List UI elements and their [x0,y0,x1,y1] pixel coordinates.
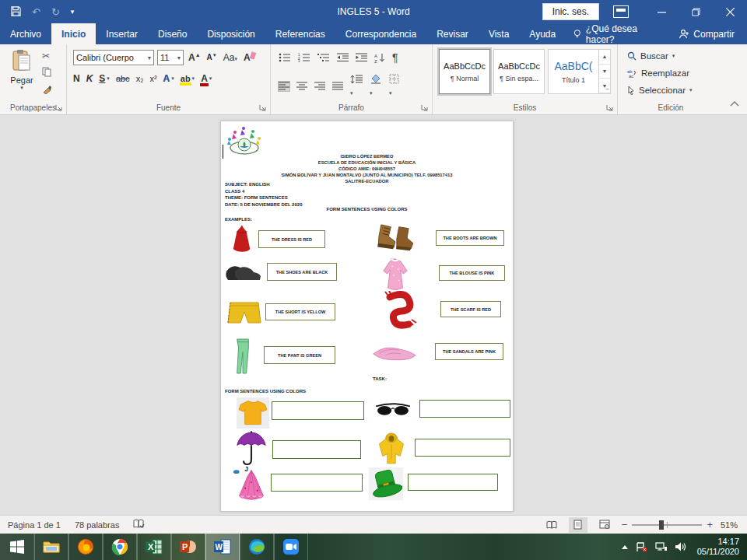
cut-icon[interactable]: ✂ [42,51,52,61]
clipboard-dialog-launcher[interactable] [55,104,64,113]
strikethrough-button[interactable]: abc [116,74,130,83]
styles-scroll-down-icon[interactable]: ▼ [599,65,610,79]
clear-formatting-button[interactable]: A [242,52,252,63]
tab-disposicion[interactable]: Disposición [197,23,265,44]
customize-qat-icon[interactable]: ▾ [71,9,75,16]
file-explorer-button[interactable] [34,534,68,560]
start-button[interactable] [0,534,34,560]
font-size-combo[interactable]: 11▾ [157,50,184,65]
collapse-ribbon-icon[interactable] [730,96,739,110]
firefox-button[interactable] [68,534,103,560]
tab-inicio[interactable]: Inicio [51,23,96,44]
replace-button[interactable]: abac Reemplazar [627,68,689,78]
sort-button[interactable]: AZ [374,53,385,63]
increase-indent-button[interactable] [356,53,367,62]
answer-box-tshirt[interactable] [272,401,364,420]
shading-button[interactable]: ▾ [370,74,382,98]
zoom-slider-handle[interactable] [659,520,664,530]
format-painter-icon[interactable] [42,85,52,96]
tab-correspondencia[interactable]: Correspondencia [335,23,426,44]
align-right-button[interactable] [314,82,325,91]
speaker-icon[interactable] [675,542,686,551]
answer-box-sunglasses[interactable] [419,400,510,418]
numbering-button[interactable]: 123 [298,53,310,62]
align-center-button[interactable] [296,82,307,91]
shrink-font-button[interactable]: A▼ [205,53,219,61]
proofing-icon[interactable] [133,519,145,531]
restore-button[interactable] [679,0,713,23]
answer-box-raincoat[interactable] [415,439,510,457]
page-indicator[interactable]: Página 1 de 1 [8,520,61,530]
word-button[interactable]: W [205,534,240,560]
show-marks-button[interactable]: ¶ [392,51,398,64]
tab-diseno[interactable]: Diseño [148,23,197,44]
highlight-button[interactable]: ab [181,74,191,83]
word-count[interactable]: 78 palabras [75,520,120,530]
paste-dropdown-arrow[interactable]: ▾ [6,85,37,91]
paste-button[interactable]: Pegar ▾ [6,49,37,97]
decrease-indent-button[interactable] [337,53,349,62]
zoom-app-button[interactable] [274,534,308,560]
zoom-in-icon[interactable]: + [707,519,713,530]
tab-revisar[interactable]: Revisar [426,23,479,44]
redo-icon[interactable]: ↻ [51,7,60,17]
subscript-button[interactable]: x₂ [136,74,144,83]
zoom-level[interactable]: 51% [721,520,738,530]
edge-button[interactable] [240,534,274,560]
document-page[interactable]: ISIDRO LÓPEZ BERMEO ESCUELA DE EDUCACIÓN… [220,121,514,512]
read-mode-icon[interactable] [542,517,561,533]
tab-archivo[interactable]: Archivo [0,23,51,44]
select-button[interactable]: Seleccionar▾ [627,86,693,95]
network-icon[interactable] [655,542,667,551]
save-icon[interactable] [11,6,21,18]
italic-button[interactable]: K [86,73,93,84]
grow-font-button[interactable]: A▲ [187,52,202,63]
clock[interactable]: 14:17 05/11/2020 [694,537,739,557]
align-left-button[interactable] [279,82,289,91]
line-spacing-button[interactable]: ▾ [350,75,363,98]
zoom-slider[interactable]: − + [622,519,713,530]
find-button[interactable]: Buscar▾ [627,51,675,61]
styles-scroll-up-icon[interactable]: ▲ [599,50,610,65]
web-layout-icon[interactable] [595,517,614,533]
justify-button[interactable] [332,82,343,91]
font-dialog-launcher[interactable] [259,104,268,113]
styles-gallery-scroll[interactable]: ▲ ▼ ▼̲ [598,49,611,94]
underline-arrow[interactable]: ▾ [107,75,110,82]
answer-box-dress[interactable] [271,474,363,492]
powerpoint-button[interactable]: P [171,534,205,560]
tab-ayuda[interactable]: Ayuda [519,23,566,44]
zoom-out-icon[interactable]: − [622,519,628,530]
tab-vista[interactable]: Vista [479,23,519,44]
font-color-button[interactable]: A [201,73,208,84]
font-name-combo[interactable]: Calibri (Cuerpo▾ [73,50,154,65]
answer-box-hat[interactable] [408,474,498,491]
copy-icon[interactable] [42,67,52,79]
undo-icon[interactable]: ↶ [32,7,40,17]
tab-referencias[interactable]: Referencias [265,23,335,44]
print-layout-icon[interactable] [569,517,587,533]
close-button[interactable] [713,0,747,23]
share-button[interactable]: Compartir [666,23,747,44]
style-normal[interactable]: AaBbCcDc ¶ Normal [439,49,490,94]
underline-button[interactable]: S [99,73,105,84]
borders-button[interactable]: ▾ [389,74,400,98]
paragraph-dialog-launcher[interactable] [421,104,430,113]
answer-box-umbrella[interactable] [272,440,361,459]
tray-expand-icon[interactable] [621,544,629,550]
change-case-button[interactable]: Aa▾ [222,52,239,63]
styles-dialog-launcher[interactable] [606,104,615,113]
styles-gallery-more-icon[interactable]: ▼̲ [599,79,610,93]
tell-me-box[interactable]: ¿Qué desea hacer? [566,23,666,44]
excel-button[interactable]: X [137,534,171,560]
superscript-button[interactable]: x² [149,74,156,83]
style-sin-espaciado[interactable]: AaBbCcDc ¶ Sin espa... [493,49,545,94]
chrome-button[interactable] [103,534,137,560]
bold-button[interactable]: N [73,73,80,84]
text-effects-button[interactable]: A [163,73,170,84]
ribbon-display-options-icon[interactable] [613,5,629,18]
tab-insertar[interactable]: Insertar [96,23,148,44]
minimize-button[interactable] [644,0,679,23]
sign-in-button[interactable]: Inic. ses. [542,3,599,20]
multilevel-list-button[interactable] [317,53,330,62]
